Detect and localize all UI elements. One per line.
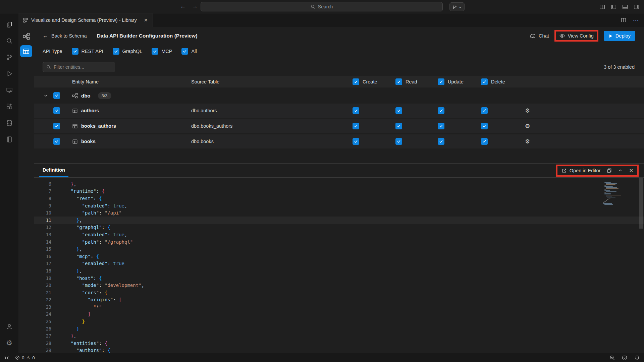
customize-layout-icon[interactable]: [599, 4, 605, 10]
code-line-24[interactable]: 24 ]: [34, 311, 644, 318]
api-type-checkbox-2[interactable]: [152, 48, 158, 55]
view-config-button[interactable]: View Config: [559, 33, 594, 39]
entity-settings-gear-icon[interactable]: ⚙: [525, 107, 530, 114]
code-line-29[interactable]: 29 "authors": {: [34, 347, 644, 353]
delete-checkbox-authors[interactable]: [481, 107, 488, 114]
code-line-11[interactable]: 11 },: [34, 217, 644, 224]
delete-all-checkbox[interactable]: [481, 78, 488, 85]
group-checkbox-dbo[interactable]: [53, 92, 60, 99]
filter-entities-input[interactable]: [54, 64, 111, 70]
code-line-15[interactable]: 15 },: [34, 245, 644, 253]
update-checkbox-authors[interactable]: [438, 107, 444, 114]
code-line-23[interactable]: 23 "*": [34, 303, 644, 311]
database-icon[interactable]: [1, 115, 17, 131]
create-checkbox-books_authors[interactable]: [353, 123, 359, 129]
code-line-27[interactable]: 27 },: [34, 332, 644, 340]
entity-row-authors[interactable]: authorsdbo.authors⚙: [34, 104, 644, 118]
history-forward-button[interactable]: →: [192, 3, 198, 10]
schema-diagram-view-icon[interactable]: [22, 33, 30, 40]
schema-group-row-dbo[interactable]: dbo 3/3: [34, 87, 644, 104]
code-line-22[interactable]: 22 "origins": [: [34, 296, 644, 304]
data-api-builder-view-icon[interactable]: [20, 45, 32, 57]
remote-explorer-icon[interactable]: [1, 82, 17, 98]
code-line-18[interactable]: 18 },: [34, 267, 644, 275]
delete-checkbox-books[interactable]: [481, 138, 488, 145]
extensions-icon[interactable]: [1, 98, 17, 115]
api-type-checkbox-0[interactable]: [72, 48, 78, 55]
read-checkbox-books_authors[interactable]: [395, 123, 402, 129]
tab-visualize-design-schema[interactable]: Visualize and Design Schema (Preview) - …: [18, 13, 153, 27]
code-line-6[interactable]: 6 },: [34, 180, 644, 188]
create-checkbox-books[interactable]: [353, 138, 359, 145]
entity-checkbox-authors[interactable]: [53, 107, 60, 114]
search-view-icon[interactable]: [1, 33, 17, 49]
minimap[interactable]: [602, 180, 635, 205]
code-line-8[interactable]: 8 "rest": {: [34, 195, 644, 202]
code-line-7[interactable]: 7 "runtime": {: [34, 188, 644, 195]
back-to-schema-button[interactable]: ← Back to Schema: [43, 33, 87, 39]
toggle-secondary-sidebar-icon[interactable]: [634, 4, 639, 10]
tab-close-icon[interactable]: ✕: [144, 17, 148, 23]
create-all-checkbox[interactable]: [353, 78, 359, 85]
create-checkbox-authors[interactable]: [353, 107, 359, 114]
entity-row-books[interactable]: booksdbo.books⚙: [34, 134, 644, 148]
open-in-editor-button[interactable]: Open in Editor: [561, 168, 601, 173]
entity-checkbox-books_authors[interactable]: [53, 123, 60, 129]
read-checkbox-authors[interactable]: [395, 107, 402, 114]
toggle-primary-sidebar-icon[interactable]: [611, 4, 616, 10]
editor-actions-ellipsis-icon[interactable]: ⋯: [633, 17, 639, 24]
code-line-28[interactable]: 28 "entities": {: [34, 340, 644, 347]
update-checkbox-books[interactable]: [438, 138, 444, 145]
collapse-panel-chevron-up-icon[interactable]: [618, 168, 623, 173]
command-center-search[interactable]: Search: [201, 2, 443, 11]
copy-icon[interactable]: [606, 168, 612, 173]
toggle-panel-icon[interactable]: [622, 4, 628, 10]
entity-checkbox-books[interactable]: [53, 138, 60, 145]
code-line-14[interactable]: 14 "path": "/graphql": [34, 238, 644, 246]
split-editor-icon[interactable]: [621, 17, 626, 23]
code-line-20[interactable]: 20 "mode": "development",: [34, 282, 644, 289]
code-line-13[interactable]: 13 "enabled": true,: [34, 231, 644, 238]
code-line-25[interactable]: 25 }: [34, 318, 644, 325]
api-type-option-rest-api[interactable]: REST API: [72, 48, 103, 55]
api-type-checkbox-1[interactable]: [113, 48, 119, 55]
code-line-16[interactable]: 16 "mcp": {: [34, 253, 644, 260]
read-all-checkbox[interactable]: [395, 78, 402, 85]
code-line-10[interactable]: 10 "path": "/api": [34, 209, 644, 217]
code-line-19[interactable]: 19 "host": {: [34, 275, 644, 282]
code-line-17[interactable]: 17 "enabled": true: [34, 260, 644, 267]
history-back-button[interactable]: ←: [180, 3, 186, 10]
code-line-21[interactable]: 21 "cors": {: [34, 289, 644, 296]
zoom-indicator-icon[interactable]: [609, 355, 615, 360]
update-checkbox-books_authors[interactable]: [438, 123, 444, 129]
editor-scrollbar[interactable]: [639, 178, 643, 229]
account-icon[interactable]: [1, 318, 17, 335]
notebook-icon[interactable]: [1, 131, 17, 147]
source-control-icon[interactable]: [1, 49, 17, 65]
api-type-option-mcp[interactable]: MCP: [152, 48, 172, 55]
group-expand-chevron-icon[interactable]: [34, 93, 53, 98]
definition-code-editor[interactable]: 6 },7 "runtime": {8 "rest": {9 "enabled"…: [34, 178, 644, 353]
api-type-option-graphql[interactable]: GraphQL: [113, 48, 143, 55]
definition-tab[interactable]: Definition: [39, 164, 68, 177]
deploy-button[interactable]: Deploy: [604, 31, 635, 41]
remote-indicator[interactable]: [4, 355, 9, 360]
entity-settings-gear-icon[interactable]: ⚙: [525, 138, 530, 145]
code-line-9[interactable]: 9 "enabled": true,: [34, 202, 644, 209]
code-line-26[interactable]: 26 }: [34, 325, 644, 333]
code-line-12[interactable]: 12 "graphql": {: [34, 224, 644, 231]
problems-indicator[interactable]: 0 ⚠ 0: [15, 355, 35, 360]
update-all-checkbox[interactable]: [438, 78, 444, 85]
read-checkbox-books[interactable]: [395, 138, 402, 145]
explorer-icon[interactable]: [1, 16, 17, 33]
entity-settings-gear-icon[interactable]: ⚙: [525, 123, 530, 130]
notifications-bell-icon[interactable]: [634, 355, 640, 361]
entity-row-books_authors[interactable]: books_authorsdbo.books_authors⚙: [34, 119, 644, 133]
api-type-checkbox-3[interactable]: [181, 48, 188, 55]
delete-checkbox-books_authors[interactable]: [481, 123, 488, 129]
copilot-status-icon[interactable]: [622, 355, 628, 361]
branch-dropdown-button[interactable]: ⌄: [449, 2, 465, 11]
settings-gear-icon[interactable]: ⚙: [1, 335, 17, 351]
close-panel-icon[interactable]: ✕: [629, 168, 633, 174]
run-debug-icon[interactable]: [1, 65, 17, 82]
